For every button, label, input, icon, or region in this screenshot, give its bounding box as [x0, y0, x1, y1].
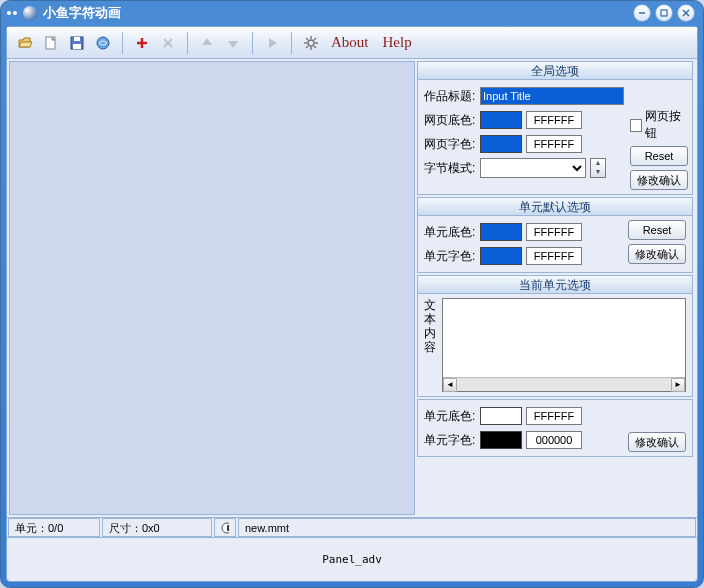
unit-default-bg-swatch[interactable] [480, 223, 522, 241]
svg-line-19 [314, 46, 316, 48]
scroll-right-button[interactable]: ► [671, 378, 685, 392]
unit-default-title: 单元默认选项 [418, 198, 692, 216]
maximize-button[interactable] [655, 4, 673, 22]
text-content-label: 文 本 内 容 [424, 298, 438, 392]
canvas-area[interactable] [9, 61, 415, 515]
page-bg-swatch[interactable] [480, 111, 522, 129]
open-button[interactable] [13, 31, 37, 55]
page-fg-swatch[interactable] [480, 135, 522, 153]
help-link[interactable]: Help [377, 34, 418, 51]
adv-panel: Panel_adv [7, 537, 697, 581]
work-title-input[interactable] [480, 87, 624, 105]
svg-line-21 [306, 46, 308, 48]
svg-point-13 [308, 40, 314, 46]
status-bar: 单元：0/0 尺寸：0x0 new.mmt [7, 517, 697, 537]
scroll-left-button[interactable]: ◄ [443, 378, 457, 392]
status-icon [214, 518, 236, 537]
global-confirm-button[interactable]: 修改确认 [630, 170, 688, 190]
section-mode-combo[interactable] [480, 158, 586, 178]
new-button[interactable] [39, 31, 63, 55]
page-fg-label: 网页字色: [424, 136, 476, 153]
current-fg-label: 单元字色: [424, 432, 476, 449]
current-unit-group: 当前单元选项 文 本 内 容 ◄ [417, 275, 693, 397]
status-size: 尺寸：0x0 [102, 518, 212, 537]
svg-rect-7 [74, 37, 80, 41]
app-window: 小鱼字符动画 [0, 0, 704, 588]
web-button-label: 网页按钮 [645, 108, 688, 142]
work-title-label: 作品标题: [424, 88, 476, 105]
unit-default-group: 单元默认选项 单元底色: 单元字色: [417, 197, 693, 273]
current-confirm-button[interactable]: 修改确认 [628, 432, 686, 452]
side-panel: 全局选项 作品标题: 网页底色: [417, 59, 697, 517]
global-reset-button[interactable]: Reset [630, 146, 688, 166]
unit-default-confirm-button[interactable]: 修改确认 [628, 244, 686, 264]
page-bg-hex-input[interactable] [526, 111, 582, 129]
current-bg-hex-input[interactable] [526, 407, 582, 425]
export-button[interactable] [91, 31, 115, 55]
current-bg-label: 单元底色: [424, 408, 476, 425]
settings-button[interactable] [299, 31, 323, 55]
current-fg-hex-input[interactable] [526, 431, 582, 449]
unit-default-fg-hex-input[interactable] [526, 247, 582, 265]
about-link[interactable]: About [325, 34, 375, 51]
add-button[interactable] [130, 31, 154, 55]
current-unit-color-group: 单元底色: 单元字色: [417, 399, 693, 457]
text-content-textarea[interactable]: ◄ ► [442, 298, 686, 392]
adv-label: Panel_adv [322, 553, 382, 566]
global-options-group: 全局选项 作品标题: 网页底色: [417, 61, 693, 195]
svg-rect-1 [661, 10, 667, 16]
unit-default-fg-swatch[interactable] [480, 247, 522, 265]
minimize-button[interactable] [633, 4, 651, 22]
move-up-button[interactable] [195, 31, 219, 55]
titlebar[interactable]: 小鱼字符动画 [1, 1, 703, 25]
svg-line-18 [306, 38, 308, 40]
textarea-scrollbar[interactable]: ◄ ► [443, 377, 685, 391]
status-file: new.mmt [238, 518, 696, 537]
unit-default-reset-button[interactable]: Reset [628, 220, 686, 240]
page-fg-hex-input[interactable] [526, 135, 582, 153]
play-button[interactable] [260, 31, 284, 55]
delete-button[interactable] [156, 31, 180, 55]
status-unit: 单元：0/0 [8, 518, 100, 537]
section-mode-label: 字节模式: [424, 160, 476, 177]
svg-line-20 [314, 38, 316, 40]
global-options-title: 全局选项 [418, 62, 692, 80]
app-icon [23, 6, 37, 20]
save-button[interactable] [65, 31, 89, 55]
section-mode-spinner[interactable]: ▲▼ [590, 158, 606, 178]
window-title: 小鱼字符动画 [43, 4, 121, 22]
current-fg-swatch[interactable] [480, 431, 522, 449]
unit-default-bg-hex-input[interactable] [526, 223, 582, 241]
page-bg-label: 网页底色: [424, 112, 476, 129]
close-button[interactable] [677, 4, 695, 22]
svg-rect-6 [73, 44, 81, 49]
current-unit-title: 当前单元选项 [418, 276, 692, 294]
client-area: About Help 全局选项 作品标题: [6, 26, 698, 582]
toolbar: About Help [7, 27, 697, 59]
unit-default-bg-label: 单元底色: [424, 224, 476, 241]
move-down-button[interactable] [221, 31, 245, 55]
current-bg-swatch[interactable] [480, 407, 522, 425]
web-button-checkbox[interactable] [630, 119, 642, 132]
unit-default-fg-label: 单元字色: [424, 248, 476, 265]
